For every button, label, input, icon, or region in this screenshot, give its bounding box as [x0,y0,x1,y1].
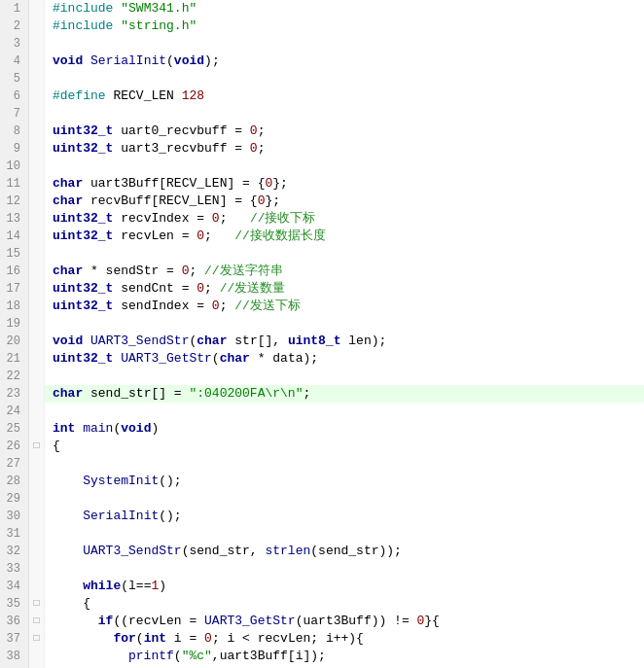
code-content: UART3_SendStr(send_str, strlen(send_str)… [45,543,402,560]
token-func: UART3_GetStr [204,614,296,628]
fold-gutter [29,18,45,35]
code-line: 35□ { [0,595,644,613]
line-number: 26 [0,438,29,455]
token-plain: (uart3Buff)) != [296,614,417,628]
token-cmt: //接收数据长度 [234,229,326,243]
code-line: 22 [0,368,644,385]
token-plain: ; [204,281,220,296]
code-line: 21uint32_t UART3_GetStr(char * data); [0,350,644,368]
fold-gutter [29,368,45,385]
token-plain: (send_str, [182,544,266,558]
code-content [45,35,60,53]
fold-gutter[interactable]: □ [29,438,45,455]
token-plain [53,474,83,488]
token-type: uint8_t [288,334,341,348]
code-content: while(l==1) [45,578,166,595]
code-content: SystemInit(); [45,473,182,490]
token-plain: (); [159,474,181,488]
token-plain: uart0_recvbuff = [113,123,249,138]
token-plain: { [53,439,60,453]
code-content: #include "string.h" [45,18,197,35]
code-content: printf("%c",uart3Buff[i]); [45,648,326,665]
token-func: UART3_SendStr [90,334,189,348]
code-content: uint32_t sendCnt = 0; //发送数量 [45,280,285,298]
token-func: UART3_GetStr [121,351,212,366]
fold-gutter[interactable]: □ [29,595,45,613]
token-plain: ( [174,649,182,663]
line-number: 2 [0,18,29,35]
token-plain: ; [220,299,235,313]
code-content: void UART3_SendStr(char str[], uint8_t l… [45,333,386,350]
code-line: 14uint32_t recvLen = 0; //接收数据长度 [0,228,644,245]
token-plain: ,uart3Buff[i]); [212,649,326,663]
token-kw: void [53,334,83,348]
code-line: 37□ for(int i = 0; i < recvLen; i++){ [0,630,644,648]
line-number: 35 [0,595,29,613]
code-content: { [45,595,90,613]
line-number: 28 [0,473,29,490]
token-type: uint32_t [53,123,113,138]
code-line: 31 [0,525,644,543]
fold-gutter [29,420,45,438]
code-content: if((recvLen = UART3_GetStr(uart3Buff)) !… [45,613,440,630]
code-line: 18uint32_t sendIndex = 0; //发送下标 [0,298,644,315]
code-line: 10 [0,158,644,175]
fold-gutter [29,508,45,525]
token-pp: #include [53,1,113,16]
fold-gutter [29,350,45,368]
line-number: 34 [0,578,29,595]
code-line: 16char * sendStr = 0; //发送字符串 [0,263,644,280]
token-plain [53,544,83,558]
token-num: 0 [197,229,204,243]
line-number: 4 [0,53,29,70]
code-content: uint32_t recvLen = 0; //接收数据长度 [45,228,326,245]
fold-gutter[interactable]: □ [29,630,45,648]
token-plain [53,614,98,628]
token-plain: recvIndex = [113,211,211,226]
token-plain: RECV_LEN [113,88,181,103]
line-number: 25 [0,420,29,438]
token-pp: #include [53,18,113,33]
token-kw: void [53,53,83,68]
code-line: 15 [0,245,644,263]
line-number: 5 [0,70,29,88]
code-content: uint32_t uart0_recvbuff = 0; [45,123,265,140]
code-line: 27 [0,455,644,473]
code-line: 8uint32_t uart0_recvbuff = 0; [0,123,644,140]
token-plain: ( [166,53,174,68]
fold-gutter [29,88,45,105]
code-line: 4void SerialInit(void); [0,53,644,70]
fold-gutter [29,105,45,123]
code-content: SerialInit(); [45,508,182,525]
token-str: "SWM341.h" [121,1,197,16]
code-line: 34 while(l==1) [0,578,644,595]
line-number: 7 [0,105,29,123]
token-num: 0 [197,281,204,296]
line-number: 24 [0,403,29,420]
line-number: 3 [0,35,29,53]
token-plain [53,579,83,593]
fold-gutter [29,123,45,140]
code-line: 24 [0,403,644,420]
line-number: 6 [0,88,29,105]
code-line: 5 [0,70,644,88]
token-plain: * data); [250,351,318,366]
code-line: 2#include "string.h" [0,18,644,35]
token-plain: ) [151,421,159,436]
token-plain: { [53,596,90,611]
token-plain: (); [159,509,181,523]
line-number: 21 [0,350,29,368]
code-content: uint32_t recvIndex = 0; //接收下标 [45,210,315,228]
fold-gutter[interactable]: □ [29,613,45,630]
code-line: 1#include "SWM341.h" [0,0,644,18]
code-content [45,560,60,578]
code-content: uint32_t UART3_GetStr(char * data); [45,350,318,368]
line-number: 18 [0,298,29,315]
code-content: char * sendStr = 0; //发送字符串 [45,263,283,280]
line-number: 30 [0,508,29,525]
code-content: #define RECV_LEN 128 [45,88,204,105]
fold-gutter [29,648,45,665]
token-str: ":040200FA\r\n" [189,386,303,401]
line-number: 29 [0,490,29,508]
token-plain: ; [220,211,250,226]
